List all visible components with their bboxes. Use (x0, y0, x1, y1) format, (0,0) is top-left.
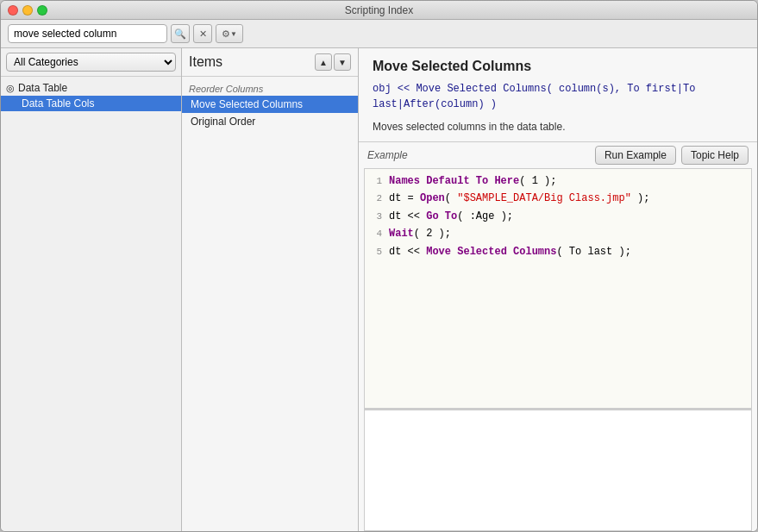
line-content: Names Default To Here( 1 ); (389, 172, 751, 190)
window-title: Scripting Index (345, 4, 413, 16)
close-button[interactable] (8, 5, 18, 16)
code-line-5: 5 dt << Move Selected Columns( To last )… (365, 243, 751, 260)
clear-icon: ✕ (199, 28, 207, 40)
right-panel: Move Selected Columns obj << Move Select… (359, 48, 757, 531)
line-content: dt = Open( "$SAMPLE_DATA/Big Class.jmp" … (389, 190, 751, 207)
titlebar: Scripting Index (1, 1, 757, 20)
code-line-2: 2 dt = Open( "$SAMPLE_DATA/Big Class.jmp… (365, 190, 751, 207)
toolbar: 🔍 ✕ ⚙ ▼ (1, 20, 757, 48)
arrow-buttons: ▲ ▼ (315, 53, 351, 71)
code-line-1: 1 Names Default To Here( 1 ); (365, 172, 751, 190)
search-input[interactable] (8, 24, 167, 43)
category-wrapper: All Categories (1, 48, 181, 77)
maximize-button[interactable] (37, 5, 47, 16)
tree-item-data-table-cols[interactable]: Data Table Cols (1, 96, 181, 111)
line-number: 4 (365, 226, 389, 242)
window-controls (8, 5, 47, 16)
arrow-up-button[interactable]: ▲ (315, 53, 332, 71)
run-example-button[interactable]: Run Example (595, 146, 676, 165)
line-content: dt << Go To( :Age ); (389, 208, 751, 225)
list-item-move-selected[interactable]: Move Selected Columns (182, 96, 358, 113)
line-number: 3 (365, 209, 389, 225)
line-content: dt << Move Selected Columns( To last ); (389, 243, 751, 260)
arrow-down-button[interactable]: ▼ (334, 53, 351, 71)
topic-help-button[interactable]: Topic Help (681, 146, 749, 165)
line-number: 1 (365, 173, 389, 190)
main-content: All Categories ◎ Data Table Data Table C… (1, 48, 757, 531)
items-list: Reorder Columns Move Selected Columns Or… (182, 77, 358, 531)
example-toolbar: Example Run Example Topic Help (359, 142, 757, 168)
line-number: 5 (365, 244, 389, 260)
main-window: Scripting Index 🔍 ✕ ⚙ ▼ All Categories ◎ (0, 0, 758, 532)
line-number: 2 (365, 191, 389, 207)
chevron-down-icon: ▼ (338, 58, 347, 67)
tree-area: ◎ Data Table Data Table Cols (1, 77, 181, 531)
dropdown-arrow-icon: ▼ (230, 30, 237, 38)
items-group-header: Reorder Columns (182, 80, 358, 96)
list-item-original-order[interactable]: Original Order (182, 113, 358, 130)
items-title: Items (189, 54, 222, 70)
doc-title: Move Selected Columns (373, 59, 743, 74)
example-label: Example (367, 149, 408, 161)
tree-item-data-table[interactable]: ◎ Data Table (1, 80, 181, 96)
minimize-button[interactable] (22, 5, 33, 16)
tree-node-icon: ◎ (6, 83, 15, 94)
search-button[interactable]: 🔍 (171, 24, 190, 43)
code-line-4: 4 Wait( 2 ); (365, 225, 751, 242)
search-icon: 🔍 (174, 28, 186, 40)
code-line-3: 3 dt << Go To( :Age ); (365, 208, 751, 225)
clear-button[interactable]: ✕ (193, 24, 212, 43)
tree-item-label: Data Table Cols (22, 97, 95, 110)
middle-panel: Items ▲ ▼ Reorder Columns Move Selected … (182, 48, 359, 531)
code-block: 1 Names Default To Here( 1 ); 2 dt = Ope… (365, 169, 751, 410)
line-content: Wait( 2 ); (389, 225, 751, 242)
chevron-up-icon: ▲ (319, 58, 328, 67)
doc-area: Move Selected Columns obj << Move Select… (359, 48, 757, 142)
items-header: Items ▲ ▼ (182, 48, 358, 77)
output-area[interactable] (365, 410, 751, 530)
doc-syntax: obj << Move Selected Columns( column(s),… (373, 81, 743, 112)
gear-icon: ⚙ (222, 28, 230, 40)
left-panel: All Categories ◎ Data Table Data Table C… (1, 48, 182, 531)
example-section: Example Run Example Topic Help 1 Names D… (359, 142, 757, 531)
code-area: 1 Names Default To Here( 1 ); 2 dt = Ope… (364, 168, 752, 531)
category-select[interactable]: All Categories (6, 53, 176, 72)
example-buttons: Run Example Topic Help (595, 146, 749, 165)
settings-button[interactable]: ⚙ ▼ (216, 24, 243, 43)
doc-description: Moves selected columns in the data table… (373, 119, 743, 135)
tree-item-label: Data Table (18, 82, 67, 94)
